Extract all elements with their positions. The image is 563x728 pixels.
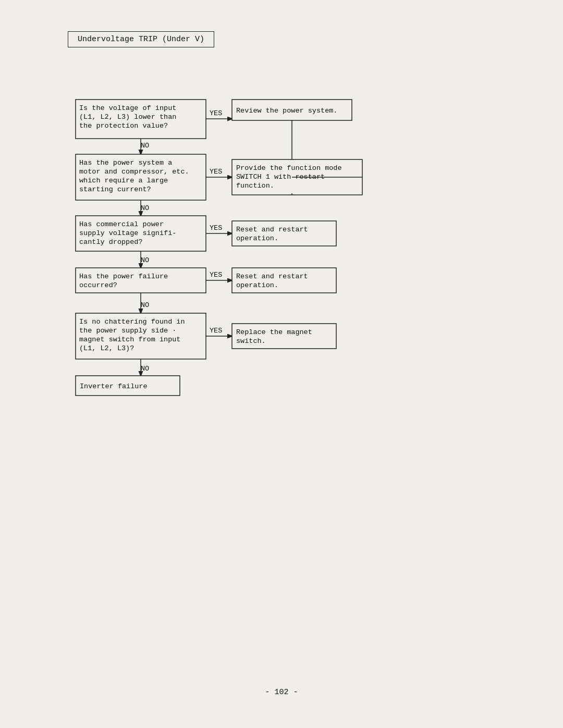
svg-text:NO: NO — [141, 204, 149, 212]
svg-text:NO: NO — [141, 365, 149, 373]
svg-text:YES: YES — [210, 109, 222, 117]
svg-text:YES: YES — [210, 271, 222, 279]
svg-text:NO: NO — [141, 142, 149, 150]
page-number: - 102 - — [0, 688, 563, 697]
svg-text:Review the power system.: Review the power system. — [236, 107, 337, 115]
flowchart-diagram: Is the voltage of input (L1, L2, L3) low… — [65, 89, 508, 636]
title-box: Undervoltage TRIP (Under V) — [68, 31, 214, 47]
svg-text:YES: YES — [210, 224, 222, 232]
svg-text:YES: YES — [210, 168, 222, 176]
svg-text:Inverter failure: Inverter failure — [80, 382, 148, 390]
page: Undervoltage TRIP (Under V) Is the volta… — [0, 0, 563, 728]
svg-text:YES: YES — [210, 327, 222, 335]
svg-text:NO: NO — [141, 301, 149, 309]
svg-text:Is the voltage of input
      : Is the voltage of input (L1, L2, L3) low… — [79, 104, 180, 130]
svg-text:NO: NO — [141, 256, 149, 264]
